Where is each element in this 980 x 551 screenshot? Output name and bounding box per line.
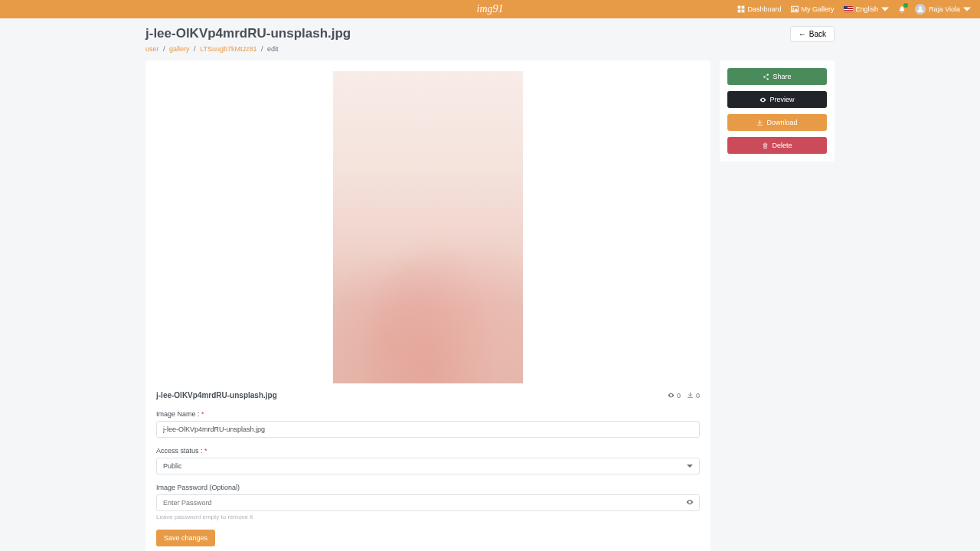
downloads-stat: 0: [687, 392, 700, 399]
share-icon: [763, 73, 769, 80]
image-filename: j-lee-OlKVp4mrdRU-unsplash.jpg: [156, 391, 277, 399]
svg-rect-4: [791, 6, 798, 12]
chevron-down-icon: [881, 5, 889, 13]
brand-logo[interactable]: img91: [477, 3, 504, 15]
image-name-input[interactable]: [156, 421, 700, 438]
nav-notifications[interactable]: [898, 5, 906, 13]
nav-dashboard[interactable]: Dashboard: [737, 5, 782, 13]
navbar: img91 Dashboard My Gallery English Raja …: [0, 0, 980, 18]
back-button[interactable]: ← Back: [790, 26, 835, 42]
nav-language[interactable]: English: [844, 5, 890, 13]
gallery-icon: [791, 5, 799, 13]
svg-point-9: [767, 78, 769, 80]
chevron-down-icon: [963, 5, 971, 13]
main-card: j-lee-OlKVp4mrdRU-unsplash.jpg 0 0 Image…: [145, 60, 710, 551]
svg-rect-2: [737, 10, 740, 13]
nav-language-label: English: [856, 5, 879, 13]
nav-user[interactable]: Raja Viola: [915, 4, 971, 15]
dashboard-icon: [737, 5, 745, 13]
download-icon: [687, 392, 694, 399]
eye-icon: [760, 96, 766, 103]
svg-rect-0: [737, 6, 740, 9]
notification-badge: [903, 3, 908, 8]
eye-icon: [686, 498, 694, 506]
breadcrumb-current: edit: [267, 45, 279, 53]
access-status-select[interactable]: Public: [156, 458, 700, 474]
download-label: Download: [766, 119, 797, 126]
toggle-password-icon[interactable]: [686, 497, 694, 508]
share-button[interactable]: Share: [727, 68, 827, 85]
delete-label: Delete: [772, 142, 792, 149]
page-title: j-lee-OlKVp4mrdRU-unsplash.jpg: [145, 26, 351, 41]
preview-label: Preview: [769, 96, 794, 103]
avatar: [915, 4, 926, 15]
image-name-label: Image Name : *: [156, 410, 700, 418]
svg-point-8: [764, 76, 766, 77]
nav-dashboard-label: Dashboard: [748, 5, 782, 13]
back-label: Back: [809, 30, 826, 38]
svg-point-7: [767, 73, 769, 75]
svg-rect-3: [741, 10, 744, 13]
svg-point-5: [792, 8, 794, 9]
download-icon: [756, 119, 763, 126]
svg-point-6: [919, 6, 922, 9]
trash-icon: [762, 142, 769, 149]
password-input[interactable]: [156, 494, 700, 511]
save-button[interactable]: Save changes: [156, 530, 215, 546]
breadcrumb-user[interactable]: user: [145, 45, 159, 53]
nav-gallery-label: My Gallery: [802, 5, 835, 13]
image-preview: [333, 71, 523, 383]
arrow-left-icon: ←: [799, 30, 806, 38]
side-card: Share Preview Download Delete: [720, 60, 835, 161]
delete-button[interactable]: Delete: [727, 137, 827, 154]
breadcrumb-id[interactable]: LTSuugb7kMtJz81: [200, 45, 256, 53]
nav-user-label: Raja Viola: [929, 5, 960, 13]
eye-icon: [668, 392, 675, 399]
flag-icon: [844, 6, 853, 12]
access-status-label: Access status : *: [156, 447, 700, 455]
views-stat: 0: [668, 392, 681, 399]
preview-button[interactable]: Preview: [727, 91, 827, 108]
breadcrumb-gallery[interactable]: gallery: [169, 45, 190, 53]
password-label: Image Password (Optional): [156, 484, 700, 491]
svg-rect-1: [741, 6, 744, 9]
share-label: Share: [773, 73, 791, 80]
user-icon: [916, 5, 924, 13]
password-hint: Leave password empty to remove it: [156, 514, 700, 520]
breadcrumb: user / gallery / LTSuugb7kMtJz81 / edit: [145, 45, 835, 53]
nav-gallery[interactable]: My Gallery: [791, 5, 835, 13]
download-button[interactable]: Download: [727, 114, 827, 131]
